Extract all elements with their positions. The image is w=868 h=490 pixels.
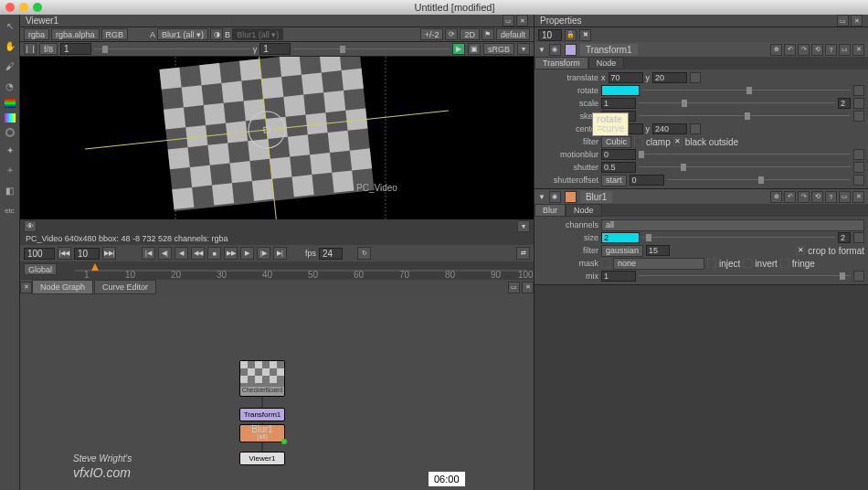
translate-anim-icon[interactable]: [690, 72, 701, 83]
flag-icon[interactable]: ⚑: [482, 28, 494, 40]
panel-close-icon[interactable]: ✕: [516, 15, 528, 27]
redo-icon[interactable]: ↷: [798, 44, 810, 56]
gamma-field[interactable]: 1: [259, 43, 291, 55]
size-field[interactable]: 2: [601, 232, 640, 243]
lut-dropdown[interactable]: default: [496, 28, 530, 40]
shutteroffset-field[interactable]: 0: [630, 175, 664, 186]
inject-checkbox[interactable]: [707, 259, 716, 268]
subtab-node[interactable]: Node: [588, 57, 625, 69]
clear-all-icon[interactable]: ✖: [579, 29, 591, 41]
node-color-icon[interactable]: [565, 44, 577, 56]
clamp-checkbox[interactable]: [634, 137, 643, 146]
space-2d-dropdown[interactable]: 2D: [460, 28, 480, 40]
frame-start-field[interactable]: 100: [24, 248, 55, 260]
float-panel2-icon[interactable]: ▭: [839, 191, 851, 203]
stop-icon[interactable]: ■: [207, 247, 221, 260]
panel-float-icon[interactable]: ▭: [503, 15, 514, 27]
prev-key-icon[interactable]: ◀|: [158, 247, 172, 260]
scale-slider[interactable]: [639, 100, 835, 107]
center-icon[interactable]: ⊕: [770, 44, 782, 56]
revert2-icon[interactable]: ⟲: [811, 191, 823, 203]
fringe-checkbox[interactable]: [780, 259, 789, 268]
reset-zoom-icon[interactable]: ⟳: [445, 28, 458, 40]
size-anim-icon[interactable]: [853, 232, 864, 243]
node-blur1[interactable]: Blur1 (all): [239, 424, 285, 442]
shutter-anim-icon[interactable]: [853, 162, 864, 173]
wipe-icon[interactable]: ◑: [210, 28, 223, 40]
fstop-dropdown[interactable]: f/8: [39, 43, 58, 55]
viewer-menu-icon[interactable]: ▾: [517, 220, 530, 232]
pointer-icon[interactable]: ↖: [3, 18, 17, 33]
timeline[interactable]: Global 1102030405060708090100: [20, 261, 534, 280]
skew-anim-icon[interactable]: [853, 111, 864, 122]
help2-icon[interactable]: ?: [825, 191, 837, 203]
translate-x-field[interactable]: 70: [609, 72, 643, 83]
mix-anim-icon[interactable]: [853, 271, 864, 282]
rgb-mode-dropdown[interactable]: RGB: [101, 28, 129, 40]
blur-filter-dropdown[interactable]: gaussian: [601, 245, 643, 257]
play-icon[interactable]: ▶▶: [224, 247, 238, 260]
input-a-dropdown[interactable]: Blur1 (all ▾): [157, 28, 208, 40]
center-y-field[interactable]: 240: [652, 123, 687, 134]
disclosure-triangle-icon[interactable]: ▼: [538, 46, 545, 54]
shutter-slider[interactable]: [639, 164, 851, 171]
mask-enable-checkbox[interactable]: [601, 259, 610, 268]
redo2-icon[interactable]: ↷: [798, 191, 810, 203]
subtab-blur-node[interactable]: Node: [566, 204, 602, 217]
skew-slider[interactable]: [639, 112, 851, 120]
panel-close2-icon[interactable]: ✕: [522, 282, 534, 293]
close-panel-icon[interactable]: ✕: [852, 44, 864, 56]
gain-slider[interactable]: [94, 46, 250, 53]
colorspace-dropdown[interactable]: sRGB: [483, 43, 514, 55]
frame-current-field[interactable]: 10: [74, 248, 100, 260]
circle-icon[interactable]: [5, 128, 15, 137]
scale-anim-icon[interactable]: [853, 98, 864, 109]
zoom-dropdown[interactable]: +/-2: [420, 28, 444, 40]
lock-all-icon[interactable]: 🔒: [565, 29, 577, 41]
last-frame-icon[interactable]: ▶|: [273, 247, 287, 260]
node-transform1[interactable]: Transform1: [239, 408, 285, 421]
mix-slider[interactable]: [639, 272, 851, 280]
motionblur-slider[interactable]: [639, 151, 851, 158]
play-back-icon[interactable]: ◀◀: [191, 247, 205, 260]
translate-y-field[interactable]: 20: [652, 72, 687, 83]
rotate-slider[interactable]: [642, 87, 851, 94]
prop-max-panels-field[interactable]: 10: [538, 29, 562, 41]
lut-toggle-icon[interactable]: ▶: [452, 43, 465, 55]
motionblur-field[interactable]: 0: [601, 149, 636, 160]
viewer-viewport[interactable]: PC_Video: [20, 57, 534, 219]
panel-float2-icon[interactable]: ▭: [508, 282, 520, 293]
prop-close-icon[interactable]: ✕: [851, 15, 863, 27]
scale-mult-field[interactable]: 2: [838, 98, 851, 109]
filter-dropdown[interactable]: Cubic: [601, 136, 631, 148]
enable-node2-icon[interactable]: ◉: [549, 191, 561, 203]
timer-icon[interactable]: ◔: [3, 79, 17, 93]
prop-float-icon[interactable]: ▭: [837, 15, 849, 27]
gain-field[interactable]: 1: [60, 43, 91, 55]
node-viewer1[interactable]: Viewer1: [239, 452, 285, 465]
shutteroffset-slider[interactable]: [667, 176, 851, 184]
sync-icon[interactable]: ⇄: [516, 247, 530, 260]
subtab-transform[interactable]: Transform: [535, 57, 588, 69]
fps-field[interactable]: 24: [319, 248, 343, 260]
invert-checkbox[interactable]: [743, 259, 752, 268]
goto-last-icon[interactable]: ▶▶|: [102, 247, 116, 260]
close-icon[interactable]: [5, 3, 15, 12]
disclosure-triangle2-icon[interactable]: ▼: [538, 193, 545, 201]
prev-frame-icon[interactable]: ◀: [175, 247, 188, 260]
gradient-icon[interactable]: [5, 113, 16, 122]
revert-icon[interactable]: ⟲: [811, 44, 823, 56]
first-frame-icon[interactable]: |◀: [142, 247, 155, 260]
size-mult-field[interactable]: 2: [838, 232, 851, 243]
float-panel-icon[interactable]: ▭: [839, 44, 851, 56]
tab-node-graph[interactable]: Node Graph: [32, 280, 93, 294]
input-b-dropdown[interactable]: Blur1 (all ▾): [232, 28, 283, 40]
center2-icon[interactable]: ⊕: [770, 191, 782, 203]
size-slider[interactable]: [642, 234, 835, 241]
motionblur-anim-icon[interactable]: [853, 149, 864, 160]
scale-field[interactable]: 1: [601, 98, 636, 109]
etc-label[interactable]: etc: [3, 203, 17, 218]
rgb-bars-icon[interactable]: [5, 99, 16, 108]
undo-icon[interactable]: ↶: [784, 44, 796, 56]
tab-curve-editor[interactable]: Curve Editor: [94, 280, 156, 294]
